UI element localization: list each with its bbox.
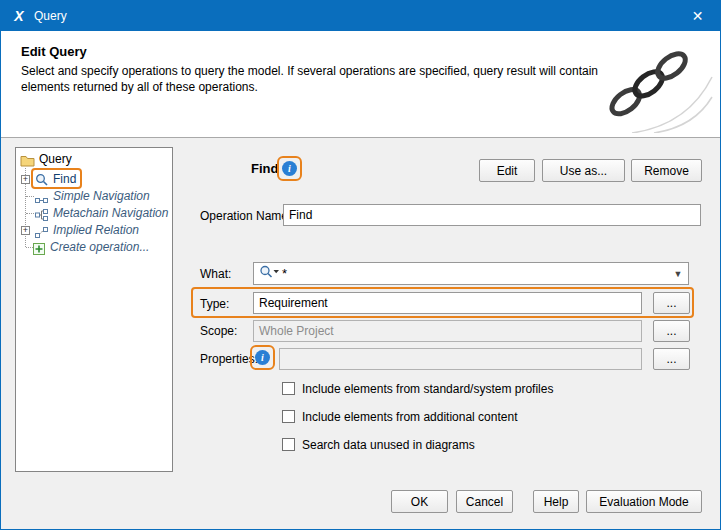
- create-operation-icon: [33, 241, 45, 259]
- search-icon: [35, 172, 48, 190]
- query-dialog: X Query ✕ Edit Query Select and specify …: [0, 0, 721, 530]
- info-icon[interactable]: i: [282, 161, 297, 176]
- use-as-button[interactable]: Use as...: [542, 159, 625, 182]
- tree-item-simple-navigation[interactable]: Simple Navigation: [53, 189, 150, 203]
- tree-item-find[interactable]: Find: [53, 172, 76, 186]
- chain-graphic: [588, 35, 714, 137]
- tree-item-implied-relation[interactable]: Implied Relation: [53, 223, 139, 237]
- operation-name-input[interactable]: [283, 204, 701, 226]
- scope-label: Scope:: [200, 324, 237, 338]
- checkbox-standard-profiles-label: Include elements from standard/system pr…: [302, 382, 553, 396]
- title-bar[interactable]: X Query ✕: [1, 1, 720, 31]
- help-button[interactable]: Help: [533, 490, 579, 513]
- properties-label: Properties:: [200, 352, 258, 366]
- chevron-down-icon[interactable]: ▼: [670, 269, 686, 279]
- close-button[interactable]: ✕: [675, 1, 720, 31]
- what-combobox[interactable]: * ▼: [253, 262, 689, 285]
- checkbox-unused-data[interactable]: [282, 438, 295, 451]
- type-label: Type:: [200, 297, 229, 311]
- what-value: *: [282, 266, 287, 281]
- edit-button[interactable]: Edit: [479, 159, 535, 182]
- type-more-button[interactable]: ...: [653, 292, 690, 314]
- expand-icon[interactable]: +: [21, 175, 30, 184]
- close-icon: ✕: [692, 8, 704, 24]
- tree-item-query[interactable]: Query: [39, 152, 72, 166]
- operation-title: Find: [251, 161, 278, 176]
- tree-item-metachain-navigation[interactable]: Metachain Navigation: [53, 206, 168, 220]
- checkbox-additional-content-label: Include elements from additional content: [302, 410, 517, 424]
- expand-icon[interactable]: +: [21, 226, 30, 235]
- checkbox-unused-data-label: Search data unused in diagrams: [302, 438, 475, 452]
- properties-field[interactable]: [279, 348, 642, 370]
- tree-item-create-operation[interactable]: Create operation...: [50, 240, 149, 254]
- checkbox-standard-profiles[interactable]: [282, 382, 295, 395]
- search-filter-icon[interactable]: [259, 264, 280, 283]
- remove-button[interactable]: Remove: [631, 159, 702, 182]
- scope-more-button[interactable]: ...: [653, 320, 690, 342]
- metachain-navigation-icon: [35, 207, 48, 225]
- operation-name-label: Operation Name:: [200, 209, 291, 223]
- app-logo-icon: X: [10, 7, 28, 25]
- checkbox-additional-content[interactable]: [282, 410, 295, 423]
- implied-relation-icon: [35, 224, 48, 242]
- window-title: Query: [34, 9, 67, 23]
- type-input[interactable]: [253, 292, 642, 314]
- cancel-button[interactable]: Cancel: [456, 490, 513, 513]
- tree-guide-line: [26, 247, 33, 248]
- description-line-1: Select and specify operations to query t…: [21, 64, 598, 78]
- what-label: What:: [200, 267, 231, 281]
- description-line-2: elements returned by all of these operat…: [21, 80, 258, 94]
- operations-tree: Query + Find Simple Navigation Metachain…: [15, 147, 173, 472]
- tree-guide-line: [26, 196, 34, 197]
- properties-more-button[interactable]: ...: [653, 348, 690, 370]
- page-title: Edit Query: [21, 44, 87, 59]
- evaluation-mode-button[interactable]: Evaluation Mode: [586, 490, 702, 513]
- tree-guide-line: [26, 213, 34, 214]
- dialog-header: Edit Query Select and specify operations…: [1, 31, 720, 138]
- ok-button[interactable]: OK: [391, 490, 448, 513]
- scope-field[interactable]: Whole Project: [253, 320, 642, 342]
- folder-icon: [20, 153, 35, 171]
- info-icon[interactable]: i: [255, 350, 270, 365]
